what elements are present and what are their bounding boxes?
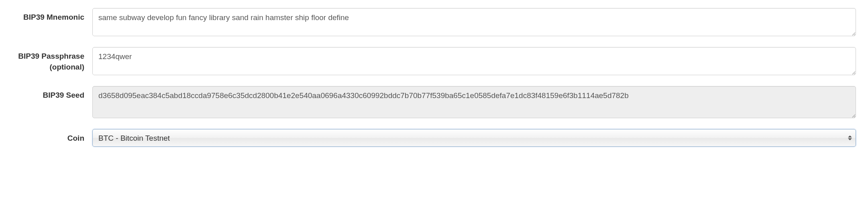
passphrase-input[interactable]	[92, 47, 856, 75]
seed-output[interactable]	[92, 86, 856, 118]
passphrase-label: BIP39 Passphrase (optional)	[12, 47, 92, 72]
mnemonic-label: BIP39 Mnemonic	[12, 8, 92, 23]
seed-label: BIP39 Seed	[12, 86, 92, 101]
mnemonic-input[interactable]	[92, 8, 856, 36]
coin-label: Coin	[12, 129, 92, 144]
coin-select[interactable]: BTC - Bitcoin Testnet	[92, 129, 856, 147]
